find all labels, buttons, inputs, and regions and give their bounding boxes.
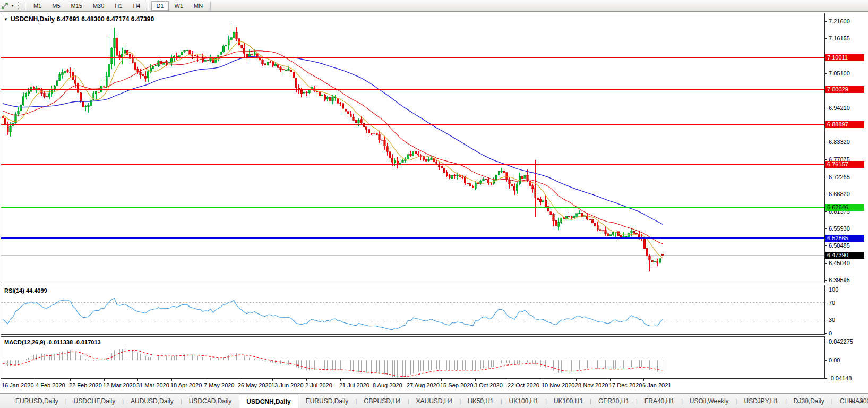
date-tick-mark (171, 379, 172, 381)
cursor-tool-icon[interactable] (1, 2, 10, 10)
price-tick-label: 6.50485 (829, 242, 850, 249)
date-axis[interactable]: 16 Jan 20204 Feb 202022 Feb 202012 Mar 2… (0, 379, 826, 393)
tab-scroll-arrows: ◄ ► (844, 398, 864, 404)
price-tick-mark (825, 263, 827, 264)
tab-item-gbpusd-h4[interactable]: GBPUSD,H4 (357, 394, 407, 408)
price-tick-label: 6.66820 (829, 191, 850, 197)
macd-axis-mark (825, 342, 827, 342)
price-tag-7.10011: 7.10011 (825, 54, 864, 61)
date-tick-mark (104, 379, 105, 381)
toolbar-separator (210, 2, 211, 10)
date-tick-mark (239, 379, 239, 381)
tab-item-ger30-h1[interactable]: GER30,H1 (591, 394, 636, 408)
price-tag-7.00029: 7.00029 (825, 86, 864, 93)
tab-item-uk100-h1[interactable]: UK100,H1 (502, 394, 545, 408)
tab-item-usdchf-daily[interactable]: USDCHF,Daily (67, 394, 123, 408)
price-tick-label: 7.16155 (829, 35, 850, 41)
tab-item-eurusd-daily[interactable]: EURUSD,Daily (299, 394, 356, 408)
tabs-scroll-right-icon[interactable]: ► (860, 398, 864, 404)
dropdown-caret-icon[interactable]: ▼ (11, 4, 14, 7)
date-label: 2 Jul 2020 (305, 382, 332, 388)
date-label: 27 Aug 2020 (407, 382, 440, 388)
price-tick-mark (825, 177, 827, 177)
date-label: 31 Mar 2020 (136, 382, 169, 388)
price-tag-6.76157: 6.76157 (825, 161, 864, 168)
price-tick-mark (825, 194, 827, 194)
date-label: 22 Oct 2020 (508, 382, 539, 388)
timeframe-button-M15[interactable]: M15 (66, 1, 87, 11)
rsi-panel[interactable] (1, 285, 825, 334)
chart-symbol-label: USDCNH,Daily (11, 15, 55, 23)
price-tick-mark (825, 108, 827, 108)
price-tick-label: 6.83320 (829, 139, 850, 145)
timeframe-button-H1[interactable]: H1 (110, 1, 127, 11)
rsi-axis-mark (825, 290, 827, 290)
main-chart-panel[interactable] (1, 13, 825, 283)
date-label: 10 Nov 2020 (542, 382, 574, 388)
tab-item-usdcad-daily[interactable]: USDCAD,Daily (182, 394, 239, 408)
timeframe-button-H4[interactable]: H4 (128, 1, 145, 11)
chart-tab-bar: EURUSD,Daily|USDCHF,Daily|AUDUSD,Daily|U… (0, 393, 868, 408)
date-label: 13 Jun 2020 (271, 382, 304, 388)
tab-item-xauusd-h4[interactable]: XAUUSD,H4 (409, 394, 459, 408)
date-label: 7 May 2020 (204, 382, 234, 388)
toolbar-separator (148, 2, 149, 10)
date-label: 26 May 2020 (238, 382, 272, 388)
tab-item-fra40-h1[interactable]: FRA40,H1 (638, 394, 681, 408)
date-tick-mark (643, 379, 644, 381)
date-tick-mark (205, 379, 205, 381)
rsi-axis-mark (825, 303, 827, 303)
date-label: 4 Feb 2020 (36, 382, 65, 388)
price-tick-label: 6.94210 (829, 105, 850, 111)
date-label: 6 Jan 2021 (642, 382, 671, 388)
price-tag-6.62646: 6.62646 (825, 204, 864, 211)
tab-item-usoil-weekly[interactable]: USOil,Weekly (683, 394, 736, 408)
date-tick-mark (475, 379, 476, 381)
date-tick-mark (340, 379, 341, 381)
chart-tabs: EURUSD,Daily|USDCHF,Daily|AUDUSD,Daily|U… (0, 394, 868, 408)
date-tick-mark (610, 379, 611, 381)
date-tick-mark (374, 379, 374, 381)
price-axis[interactable]: 7.216007.161557.051006.942106.833206.778… (825, 13, 868, 379)
timeframe-button-D1[interactable]: D1 (151, 1, 168, 11)
chart-title: ▼USDCNH,Daily 6.47691 6.48300 6.47174 6.… (4, 15, 154, 23)
date-tick-mark (70, 379, 71, 381)
price-tick-mark (825, 228, 827, 229)
tab-item-usdcnh-daily[interactable]: USDCNH,Daily (239, 395, 298, 408)
rsi-axis-label: 30 (829, 317, 835, 323)
price-tick-mark (825, 211, 827, 212)
timeframe-button-M5[interactable]: M5 (47, 1, 65, 11)
date-tick-mark (408, 379, 408, 381)
timeframe-button-W1[interactable]: W1 (170, 1, 188, 11)
toolbar-separator (25, 2, 26, 10)
tab-item-eurusd-daily[interactable]: EURUSD,Daily (8, 394, 65, 408)
rsi-axis-mark (825, 333, 827, 334)
date-label: 3 Oct 2020 (474, 382, 503, 388)
tab-item-usdjpy-h1[interactable]: USDJPY,H1 (737, 394, 785, 408)
price-tick-mark (825, 280, 827, 280)
tab-item-dj30-daily[interactable]: DJ30,Daily (787, 394, 831, 408)
tab-item-hk50-h1[interactable]: HK50,H1 (461, 394, 501, 408)
timeframe-button-M1[interactable]: M1 (29, 1, 46, 11)
timeframe-button-M30[interactable]: M30 (88, 1, 109, 11)
rsi-axis-mark (825, 320, 827, 320)
price-tick-mark (825, 21, 827, 22)
macd-label: MACD(12,26,9) -0.011338 -0.017013 (4, 339, 101, 345)
rsi-axis-label: 0 (829, 330, 832, 336)
price-tag-6.52865: 6.52865 (825, 235, 864, 242)
toolbar-grip[interactable] (18, 2, 20, 10)
date-tick-mark (576, 379, 577, 381)
price-tick-label: 6.55930 (829, 225, 850, 232)
price-tick-mark (825, 38, 827, 39)
timeframe-button-MN[interactable]: MN (189, 1, 208, 11)
tab-item-audusd-daily[interactable]: AUDUSD,Daily (124, 394, 181, 408)
price-tag-6.88897: 6.88897 (825, 121, 864, 128)
macd-panel[interactable] (1, 337, 825, 379)
price-tick-label: 7.21600 (829, 18, 850, 24)
tabs-scroll-left-icon[interactable]: ◄ (849, 398, 854, 404)
date-label: 17 Dec 2020 (609, 382, 642, 388)
collapse-icon[interactable]: ▼ (4, 17, 8, 22)
tab-item-uk100-h1[interactable]: UK100,H1 (547, 394, 590, 408)
rsi-axis-label: 70 (829, 300, 835, 306)
date-label: 15 Sep 2020 (440, 382, 473, 388)
